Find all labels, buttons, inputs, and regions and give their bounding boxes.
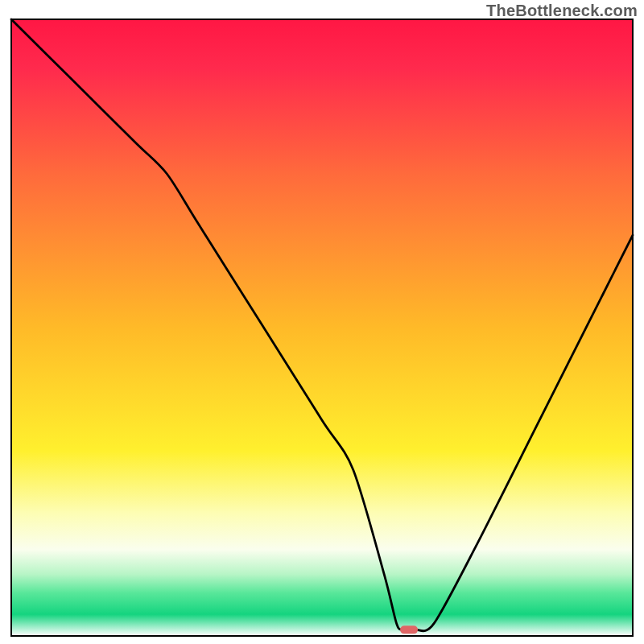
watermark-text: TheBottleneck.com — [486, 2, 638, 20]
bottleneck-chart — [0, 0, 644, 644]
chart-container: TheBottleneck.com — [0, 0, 644, 644]
target-marker — [400, 625, 418, 634]
